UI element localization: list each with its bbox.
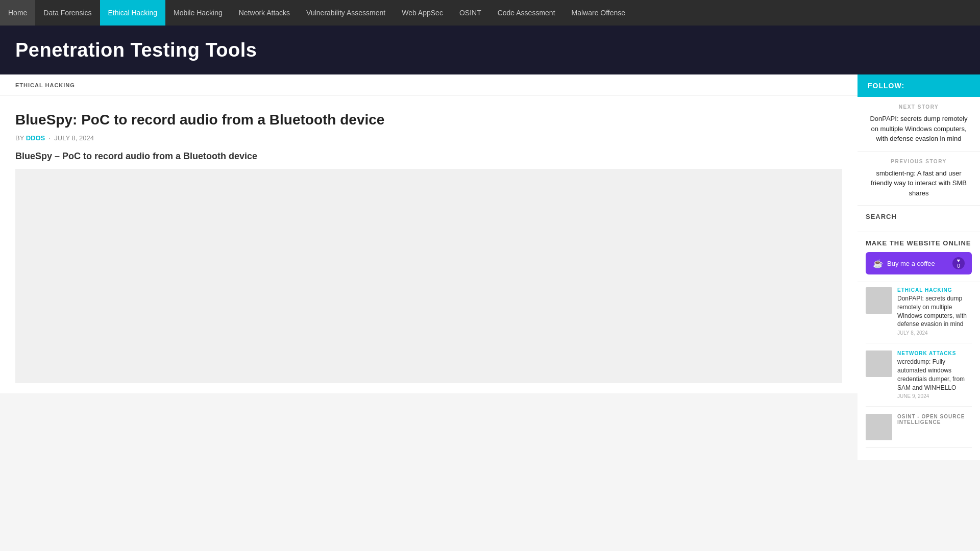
nav-item-network-attacks[interactable]: Network Attacks: [231, 0, 298, 26]
nav-item-data-forensics[interactable]: Data Forensics: [35, 0, 100, 26]
article-body: [15, 169, 842, 383]
sidebar-item-1: NETWORK ATTACKSwcreddump: Fully automate…: [866, 350, 972, 407]
sidebar-item-title-0[interactable]: DonPAPI: secrets dump remotely on multip…: [897, 294, 972, 329]
sidebar: FOLLOW: NEXT STORY DonPAPI: secrets dump…: [857, 74, 980, 460]
nav-item-web-appsec[interactable]: Web AppSec: [394, 0, 451, 26]
article-container: BlueSpy: PoC to record audio from a Blue…: [0, 95, 857, 393]
sidebar-item-2: OSINT - OPEN SOURCE INTELLIGENCE: [866, 414, 972, 448]
breadcrumb-text[interactable]: ETHICAL HACKING: [15, 82, 75, 88]
content-area: ETHICAL HACKING BlueSpy: PoC to record a…: [0, 74, 857, 460]
next-story-label: NEXT STORY: [866, 104, 972, 110]
previous-story-label: PREVIOUS STORY: [866, 159, 972, 164]
previous-story-link[interactable]: smbclient-ng: A fast and user friendly w…: [866, 168, 972, 198]
search-block: SEARCH: [857, 206, 980, 232]
article-author[interactable]: DDOS: [26, 134, 45, 142]
coffee-heart: ♥: [957, 258, 960, 263]
breadcrumb-bar: ETHICAL HACKING: [0, 74, 857, 95]
sidebar-recent: ETHICAL HACKINGDonPAPI: secrets dump rem…: [857, 282, 980, 460]
coffee-count: 0: [957, 263, 960, 269]
previous-story-block: PREVIOUS STORY smbclient-ng: A fast and …: [857, 152, 980, 206]
sidebar-item-title-1[interactable]: wcreddump: Fully automated windows crede…: [897, 358, 972, 392]
sidebar-item-cat-0[interactable]: ETHICAL HACKING: [897, 287, 972, 293]
sidebar-item-date-0: JULY 8, 2024: [897, 330, 972, 336]
sidebar-item-cat-1[interactable]: NETWORK ATTACKS: [897, 350, 972, 356]
article-subtitle: BlueSpy – PoC to record audio from a Blu…: [15, 151, 842, 162]
sidebar-item-thumb-0: [866, 287, 892, 314]
article-title: BlueSpy: PoC to record audio from a Blue…: [15, 111, 842, 129]
nav-item-mobile-hacking[interactable]: Mobile Hacking: [165, 0, 231, 26]
by-label: BY: [15, 134, 26, 142]
article-meta: BY DDOS · JULY 8, 2024: [15, 134, 842, 142]
sidebar-item-thumb-1: [866, 350, 892, 377]
sidebar-item-cat-2[interactable]: OSINT - OPEN SOURCE INTELLIGENCE: [897, 414, 972, 425]
sidebar-item-thumb-2: [866, 414, 892, 440]
sidebar-item-date-1: JUNE 9, 2024: [897, 393, 972, 399]
coffee-button[interactable]: ☕ Buy me a coffee ♥ 0: [866, 252, 972, 274]
nav-item-vulnerability-assessment[interactable]: Vulnerability Assessment: [298, 0, 394, 26]
nav-item-malware-offense[interactable]: Malware Offense: [564, 0, 634, 26]
next-story-block: NEXT STORY DonPAPI: secrets dump remotel…: [857, 97, 980, 152]
site-header: Penetration Testing Tools: [0, 26, 980, 74]
site-title: Penetration Testing Tools: [15, 39, 257, 61]
next-story-link[interactable]: DonPAPI: secrets dump remotely on multip…: [866, 114, 972, 144]
nav-item-osint[interactable]: OSINT: [451, 0, 489, 26]
article-date: JULY 8, 2024: [54, 134, 94, 142]
top-navigation: HomeData ForensicsEthical HackingMobile …: [0, 0, 980, 26]
nav-item-home[interactable]: Home: [0, 0, 35, 26]
coffee-icon: ☕: [873, 259, 883, 268]
search-label: SEARCH: [866, 213, 972, 220]
make-online-block: MAKE THE WEBSITE ONLINE ☕ Buy me a coffe…: [857, 232, 980, 282]
coffee-heart-badge: ♥ 0: [952, 257, 965, 269]
sidebar-item-0: ETHICAL HACKINGDonPAPI: secrets dump rem…: [866, 287, 972, 343]
make-online-label: MAKE THE WEBSITE ONLINE: [866, 239, 972, 247]
nav-item-code-assessment[interactable]: Code Assessment: [489, 0, 564, 26]
follow-bar: FOLLOW:: [857, 74, 980, 97]
coffee-button-label: Buy me a coffee: [887, 260, 935, 267]
main-layout: ETHICAL HACKING BlueSpy: PoC to record a…: [0, 74, 980, 460]
nav-item-ethical-hacking[interactable]: Ethical Hacking: [100, 0, 166, 26]
follow-label: FOLLOW:: [868, 82, 904, 90]
